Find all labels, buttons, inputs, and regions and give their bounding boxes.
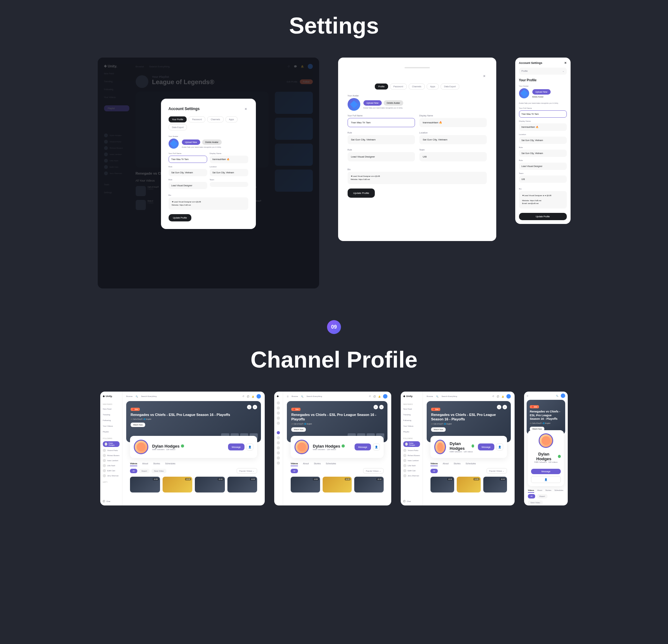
fullname-input[interactable]: Tran Mau Tri Tam <box>169 155 207 163</box>
watch-button[interactable]: Watch Now <box>291 427 306 432</box>
clock-icon[interactable]: ⏱ <box>243 395 244 397</box>
next-icon[interactable]: › <box>379 405 384 409</box>
cp-tab-about[interactable]: About <box>303 462 309 466</box>
tab-profile[interactable]: Your Profile <box>169 116 187 122</box>
upload-avatar-button[interactable]: Upload New <box>532 89 551 94</box>
role-input[interactable]: Sai Gon City, Vietnam <box>519 150 567 157</box>
bell-icon[interactable]: 🔔 <box>252 395 254 398</box>
displayname-input[interactable]: tranmautritam 🔥 <box>210 155 248 163</box>
cp-tab-videos[interactable]: Videos <box>430 462 438 466</box>
cp-browse[interactable]: Browse <box>427 395 433 397</box>
cp-video[interactable]: 10:43 <box>483 477 507 493</box>
cp-follow[interactable]: Edith Cain <box>103 469 120 472</box>
cp-tab-videos[interactable]: Videos <box>130 462 137 466</box>
tab-password[interactable]: Password <box>390 84 407 90</box>
drag-handle[interactable] <box>405 67 430 68</box>
cp-tab-schedules[interactable]: Schedules <box>466 462 476 466</box>
cp-follow[interactable]: Isaac Lambert <box>403 459 420 462</box>
cp-nav[interactable]: Following <box>403 418 420 422</box>
filter-esport[interactable]: Esport <box>139 469 150 473</box>
bio-textarea[interactable]: ❖ Lead Visual Designer at ● @UI8 Website… <box>348 172 487 184</box>
bio-textarea[interactable]: ❖ Lead Visual Designer at ● @UI8 Website… <box>519 191 567 208</box>
cp-tab-stories[interactable]: Stories <box>454 462 460 466</box>
sort-select[interactable]: Popular Videos ⌄ <box>237 468 257 474</box>
cp-user-avatar[interactable] <box>561 393 565 398</box>
cp-follow-av[interactable] <box>277 441 280 445</box>
message-button[interactable]: Message <box>478 444 495 450</box>
role-input[interactable]: Sai Gon City, Vietnam <box>348 135 415 144</box>
filter-all[interactable]: All <box>291 469 298 473</box>
tab-dataexport[interactable]: Data Export <box>169 124 187 130</box>
tab-channels[interactable]: Channels <box>207 116 224 122</box>
tab-password[interactable]: Password <box>188 116 205 122</box>
cp-nav[interactable]: New Feed <box>403 407 420 411</box>
cp-follow-av[interactable] <box>277 456 280 460</box>
cp-nav[interactable]: Playlist <box>403 430 420 434</box>
delete-avatar-link[interactable]: Delete Avatar <box>532 96 551 98</box>
cp-user-avatar[interactable] <box>257 394 261 399</box>
cp-follow[interactable]: Jerry Sherman <box>403 474 420 477</box>
delete-avatar-button[interactable]: Delete Avatar <box>202 139 222 145</box>
cp-chat[interactable]: 💬 Chat <box>103 500 120 502</box>
cp-search[interactable]: Search Everything <box>141 395 156 397</box>
cp-tab-about[interactable]: About <box>142 462 148 466</box>
filter-save[interactable]: Save Video <box>152 469 166 473</box>
sort-select[interactable]: Popular Videos ⌄ <box>363 468 384 474</box>
cp-tab-stories[interactable]: Stories <box>545 489 551 493</box>
update-profile-button[interactable]: Update Profile <box>169 214 191 221</box>
cp-tab-schedules[interactable]: Schedules <box>326 462 336 466</box>
cp-user-avatar[interactable] <box>383 394 388 399</box>
cp-search[interactable]: Search Everything <box>442 395 457 397</box>
cp-nav-icon[interactable] <box>277 401 280 405</box>
chat-icon[interactable]: 💬 <box>247 395 249 398</box>
tab-profile[interactable]: Profile <box>375 84 388 90</box>
filter-all[interactable]: All <box>430 469 438 473</box>
cp-follow[interactable]: Lillie Nash <box>103 464 120 467</box>
tab-apps[interactable]: Apps <box>427 84 439 90</box>
upload-avatar-button[interactable]: Upload New <box>182 139 200 145</box>
cp-follow[interactable]: Lillie Nash <box>403 464 420 467</box>
cp-user-avatar[interactable] <box>506 394 511 399</box>
profile-select[interactable]: Profile⌄ <box>519 68 567 75</box>
cp-search[interactable]: Search Everything <box>306 395 322 397</box>
message-button[interactable]: Message <box>531 469 561 474</box>
cp-browse[interactable]: Browse <box>126 395 133 397</box>
cp-tab-schedules[interactable]: Schedules <box>555 489 563 493</box>
role2-input[interactable]: Lead Visual Designer <box>169 182 207 189</box>
cp-nav[interactable]: Your Videos <box>103 424 120 428</box>
cp-tab-stories[interactable]: Stories <box>314 462 321 466</box>
tab-apps[interactable]: Apps <box>226 116 238 122</box>
sort-select[interactable]: Popular Videos ⌄ <box>486 468 507 474</box>
cp-video[interactable]: 13:35 <box>457 477 481 493</box>
message-button[interactable]: Message <box>228 444 244 450</box>
close-icon[interactable]: ✕ <box>564 61 567 64</box>
cp-follow-active[interactable]: Dylan Hodges <box>103 441 120 447</box>
cp-nav-icon[interactable] <box>277 411 280 415</box>
cp-follow[interactable]: Richard Bowers <box>403 454 420 457</box>
cp-browse[interactable]: Browse <box>292 395 298 397</box>
delete-avatar-button[interactable]: Delete Avatar <box>384 100 403 106</box>
cp-nav[interactable]: Following <box>103 418 120 422</box>
prev-icon[interactable]: ‹ <box>247 405 252 409</box>
team-input[interactable]: UI8 <box>420 152 487 161</box>
cp-video[interactable]: 13:35 <box>130 477 160 493</box>
cp-nav-icon[interactable] <box>277 406 280 410</box>
cp-tab-stories[interactable]: Stories <box>153 462 160 466</box>
watch-button[interactable]: Watch Now <box>431 427 446 432</box>
message-button[interactable]: Message <box>354 444 371 450</box>
filter-all[interactable]: All <box>130 469 137 473</box>
filter-esport[interactable]: Esport <box>537 494 547 498</box>
upload-avatar-button[interactable]: Upload New <box>363 100 382 106</box>
cp-follow[interactable]: Vincent Parks <box>403 449 420 452</box>
cp-nav-icon[interactable] <box>277 422 280 425</box>
cp-nav[interactable]: Playlist <box>103 430 120 434</box>
cp-follow[interactable]: Richard Bowers <box>103 454 120 457</box>
cp-tab-schedules[interactable]: Schedules <box>165 462 176 466</box>
tab-dataexport[interactable]: Data Export <box>441 84 459 90</box>
cp-tab-about[interactable]: About <box>443 462 449 466</box>
cp-nav[interactable]: New Feed <box>103 407 120 411</box>
menu-icon[interactable]: ☰ <box>527 395 528 397</box>
cp-follow-av[interactable] <box>277 436 280 439</box>
filter-all[interactable]: All <box>528 494 535 498</box>
add-user-icon[interactable]: 👤 <box>496 444 503 450</box>
